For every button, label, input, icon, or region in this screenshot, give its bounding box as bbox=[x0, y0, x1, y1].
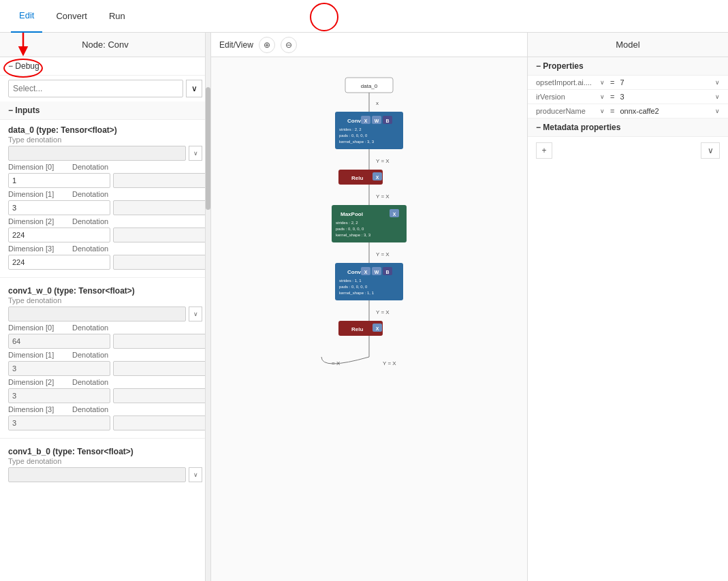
maxpool-prop-pads: pads : 0, 0, 0, 0 bbox=[336, 227, 364, 231]
prop-eq-2: = bbox=[607, 107, 617, 115]
debug-section: − Debug bbox=[0, 57, 210, 76]
w0-dim-3-value-input[interactable] bbox=[8, 415, 110, 430]
debug-select-input[interactable] bbox=[8, 80, 183, 97]
conv2-prop-pads: pads : 0, 0, 0, 0 bbox=[339, 285, 368, 289]
dim-1-denotation-input[interactable] bbox=[113, 200, 210, 215]
zoom-out-icon: ⊖ bbox=[285, 40, 292, 50]
dim-3-label: Dimension [3] bbox=[8, 245, 69, 253]
type-denotation-input[interactable] bbox=[8, 146, 186, 161]
w0-dim-0-denotation-label: Denotation bbox=[72, 324, 133, 332]
data-0-text: data_0 bbox=[361, 83, 378, 89]
edit-highlight-circle bbox=[310, 3, 338, 31]
prop-name-0: opsetImport.ai.... bbox=[536, 78, 597, 87]
bottom-label-left: = X bbox=[332, 360, 341, 366]
type-denotation-row: ∨ bbox=[8, 146, 202, 161]
conv1-w-0-type-label: Type denotation bbox=[8, 296, 202, 304]
w0-dim-0-denotation-input[interactable] bbox=[113, 334, 210, 349]
input-conv1-b-0: conv1_b_0 (type: Tensor<float>) Type den… bbox=[0, 441, 210, 487]
w0-dim-2-label: Dimension [2] bbox=[8, 378, 69, 386]
w0-dim-1-denotation-input[interactable] bbox=[113, 361, 210, 376]
prop-dropdown-2[interactable]: ∨ bbox=[715, 108, 720, 114]
w0-dim-2-denotation-input[interactable] bbox=[113, 388, 210, 403]
type-denotation-dropdown[interactable]: ∨ bbox=[189, 146, 202, 161]
conv1-w-0-type-denotation-input[interactable] bbox=[8, 307, 186, 321]
dim-2-value-input[interactable] bbox=[8, 227, 110, 242]
prop-chevron-0[interactable]: ∨ bbox=[600, 79, 605, 86]
prop-value-1: 3 bbox=[620, 93, 712, 101]
w0-dim-0-row: Dimension [0] Denotation bbox=[8, 324, 202, 332]
w0-dim-0-value-input[interactable] bbox=[8, 334, 110, 349]
metadata-collapse-button[interactable]: ∨ bbox=[701, 142, 720, 159]
edge-1-label: Y = X bbox=[376, 158, 390, 164]
menu-item-edit[interactable]: Edit bbox=[11, 0, 42, 33]
data-0-label: data_0 (type: Tensor<float>) bbox=[8, 125, 202, 135]
zoom-out-button[interactable]: ⊖ bbox=[281, 37, 297, 53]
edge-3-label: Y = X bbox=[376, 251, 390, 257]
prop-name-1: irVersion bbox=[536, 93, 597, 101]
w0-dim-1-label: Dimension [1] bbox=[8, 351, 69, 359]
dim-2-denotation-input[interactable] bbox=[113, 227, 210, 242]
zoom-in-button[interactable]: ⊕ bbox=[259, 37, 275, 53]
conv1-label: Conv bbox=[347, 118, 362, 124]
w0-dim-1-inputs: ∨ bbox=[8, 361, 202, 376]
conv1-b-0-type-denotation-dropdown[interactable]: ∨ bbox=[189, 467, 202, 482]
canvas-view[interactable]: data_0 x Conv X W B strides : 2, 2 bbox=[211, 57, 527, 581]
panel-content[interactable]: data_0 (type: Tensor<float>) Type denota… bbox=[0, 120, 210, 581]
maxpool-badge-x-text: X bbox=[393, 212, 396, 217]
dim-0-value-input[interactable] bbox=[8, 173, 110, 188]
plus-icon: + bbox=[541, 146, 546, 155]
left-panel: Node: Conv − Debug ∨ − Inputs data_0 (ty… bbox=[0, 33, 211, 581]
prop-chevron-2[interactable]: ∨ bbox=[600, 108, 605, 114]
relu2-badge-x-text: X bbox=[376, 326, 379, 331]
main-layout: Node: Conv − Debug ∨ − Inputs data_0 (ty… bbox=[0, 33, 728, 581]
properties-section-label: − Properties bbox=[536, 61, 584, 71]
zoom-in-icon: ⊕ bbox=[264, 40, 270, 50]
dim-0-denotation-input[interactable] bbox=[113, 173, 210, 188]
w0-dim-0-inputs: ∨ bbox=[8, 334, 202, 349]
dim-3-value-input[interactable] bbox=[8, 255, 110, 270]
w0-dim-1-value-input[interactable] bbox=[8, 361, 110, 376]
conv2-label: Conv bbox=[347, 269, 362, 275]
bottom-label-right: Y = X bbox=[383, 360, 396, 366]
conv2-prop-strides: strides : 1, 1 bbox=[339, 279, 362, 283]
conv1-b-0-type-denotation-input[interactable] bbox=[8, 467, 186, 482]
maxpool-label: MaxPool bbox=[341, 211, 363, 217]
relu1-badge-x-text: X bbox=[376, 175, 379, 180]
property-row-1: irVersion ∨ = 3 ∨ bbox=[528, 90, 728, 104]
dim-1-inputs: ∨ bbox=[8, 200, 202, 215]
w0-dim-3-denotation-input[interactable] bbox=[113, 415, 210, 430]
prop-value-0: 7 bbox=[620, 78, 712, 87]
prop-name-2: producerName bbox=[536, 107, 597, 115]
edge-0-label: x bbox=[376, 100, 379, 106]
conv1-prop-kernel: kernel_shape : 3, 3 bbox=[339, 140, 375, 144]
menu-item-convert[interactable]: Convert bbox=[48, 0, 95, 33]
dim-3-row: Dimension [3] Denotation bbox=[8, 245, 202, 253]
metadata-add-button[interactable]: + bbox=[536, 142, 552, 159]
conv1-badge-w-text: W bbox=[375, 119, 379, 123]
maxpool-prop-kernel: kernel_shape : 3, 3 bbox=[336, 233, 371, 237]
dim-0-inputs: ∨ bbox=[8, 173, 202, 188]
chevron-down-icon: ∨ bbox=[191, 84, 197, 93]
dim-3-denotation-input[interactable] bbox=[113, 255, 210, 270]
prop-dropdown-1[interactable]: ∨ bbox=[715, 93, 720, 100]
edge-loop-left bbox=[321, 357, 369, 364]
relu1-label: Relu bbox=[351, 175, 363, 181]
w0-dim-3-inputs: ∨ bbox=[8, 415, 202, 430]
canvas-toolbar: Edit/View ⊕ ⊖ bbox=[211, 33, 527, 57]
debug-select-dropdown[interactable]: ∨ bbox=[186, 80, 202, 97]
conv1-w-0-type-denotation-dropdown[interactable]: ∨ bbox=[189, 307, 202, 321]
w0-dim-3-row: Dimension [3] Denotation bbox=[8, 405, 202, 413]
separator-1 bbox=[0, 277, 210, 278]
w0-dim-2-value-input[interactable] bbox=[8, 388, 110, 403]
prop-dropdown-0[interactable]: ∨ bbox=[715, 79, 720, 86]
dim-0-denotation-label: Denotation bbox=[72, 163, 133, 171]
metadata-section-header: − Metadata properties bbox=[528, 119, 728, 137]
conv1-badge-x-text: X bbox=[364, 119, 368, 123]
dim-1-denotation-label: Denotation bbox=[72, 190, 133, 198]
dim-0-row: Dimension [0] Denotation bbox=[8, 163, 202, 171]
dim-1-value-input[interactable] bbox=[8, 200, 110, 215]
prop-chevron-1[interactable]: ∨ bbox=[600, 93, 605, 100]
left-panel-title: Node: Conv bbox=[0, 33, 210, 57]
left-panel-scrollbar[interactable] bbox=[205, 33, 210, 581]
menu-item-run[interactable]: Run bbox=[101, 0, 133, 33]
